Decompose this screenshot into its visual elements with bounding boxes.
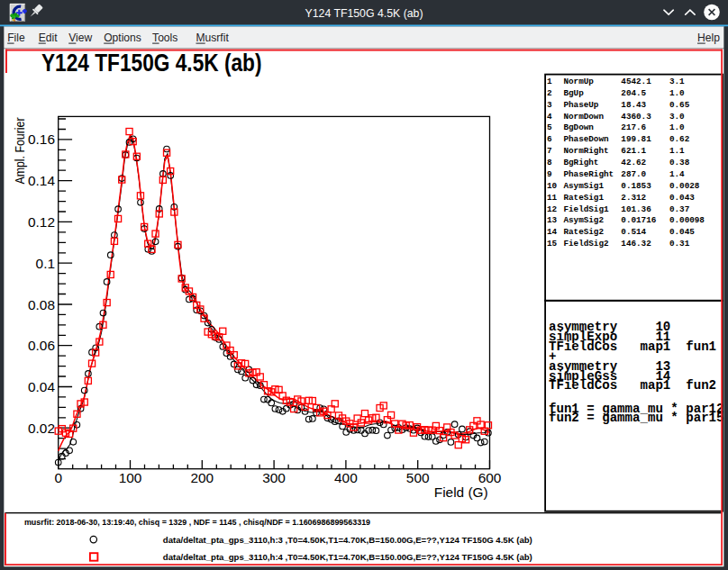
svg-text:PhaseUp: PhaseUp <box>563 100 598 110</box>
svg-text:4360.3: 4360.3 <box>621 112 651 122</box>
svg-text:0.00098: 0.00098 <box>669 215 705 225</box>
svg-text:1.1: 1.1 <box>669 146 685 156</box>
svg-text:Help: Help <box>697 32 720 44</box>
svg-text:fun2 = gamma_mu * par15: fun2 = gamma_mu * par15 <box>549 411 724 425</box>
svg-text:PhaseDown: PhaseDown <box>563 134 609 144</box>
svg-text:0.045: 0.045 <box>669 227 695 237</box>
svg-text:0.02: 0.02 <box>28 421 55 436</box>
svg-text:9: 9 <box>547 169 552 179</box>
svg-text:TFieldCos map1 fun1: TFieldCos map1 fun1 <box>549 339 716 354</box>
svg-text:0.1: 0.1 <box>36 256 55 271</box>
svg-text:File: File <box>7 32 25 44</box>
svg-text:6: 6 <box>547 134 552 144</box>
svg-text:400: 400 <box>334 470 358 485</box>
svg-text:0.1853: 0.1853 <box>621 181 651 191</box>
svg-text:5: 5 <box>547 122 552 132</box>
svg-text:0.62: 0.62 <box>669 134 690 144</box>
svg-text:0.38: 0.38 <box>669 158 690 167</box>
svg-text:AsymSig1: AsymSig1 <box>563 181 604 191</box>
svg-text:NormDown: NormDown <box>563 112 604 122</box>
svg-text:RateSig1: RateSig1 <box>563 193 604 203</box>
svg-text:3.1: 3.1 <box>669 77 685 86</box>
svg-text:PhaseRight: PhaseRight <box>563 169 614 179</box>
svg-text:8: 8 <box>547 158 552 167</box>
svg-text:13: 13 <box>547 215 558 225</box>
svg-text:AsymSig2: AsymSig2 <box>563 215 604 225</box>
svg-text:FieldSig2: FieldSig2 <box>563 239 609 249</box>
svg-text:TFieldCos map1 fun2: TFieldCos map1 fun2 <box>549 378 716 393</box>
svg-text:Tools: Tools <box>152 32 177 44</box>
svg-text:7: 7 <box>547 146 552 156</box>
svg-text:11: 11 <box>547 193 558 203</box>
svg-text:4: 4 <box>547 112 552 122</box>
svg-text:100: 100 <box>119 470 142 485</box>
svg-text:14: 14 <box>547 227 558 237</box>
svg-text:1: 1 <box>547 77 552 86</box>
svg-text:101.36: 101.36 <box>621 204 651 214</box>
svg-text:0.31: 0.31 <box>669 239 690 249</box>
svg-text:0.14: 0.14 <box>28 173 55 188</box>
svg-text:10: 10 <box>547 181 558 191</box>
svg-text:199.81: 199.81 <box>621 134 651 144</box>
svg-text:1.0: 1.0 <box>669 122 685 132</box>
svg-text:0.16: 0.16 <box>28 131 55 147</box>
svg-text:18.43: 18.43 <box>621 100 646 110</box>
svg-text:0.043: 0.043 <box>669 193 695 203</box>
svg-text:0.0028: 0.0028 <box>669 181 700 191</box>
svg-text:204.5: 204.5 <box>621 88 646 98</box>
svg-text:BgDown: BgDown <box>563 122 594 132</box>
svg-text:data/deltat_pta_gps_3110,h:3 ,: data/deltat_pta_gps_3110,h:3 ,T0=4.50K,T… <box>163 535 532 545</box>
svg-text:15: 15 <box>547 239 558 249</box>
svg-text:NormUp: NormUp <box>563 77 594 86</box>
svg-text:4542.1: 4542.1 <box>621 77 651 86</box>
svg-text:1.0: 1.0 <box>669 88 685 98</box>
svg-text:0.06: 0.06 <box>28 338 55 353</box>
svg-text:42.62: 42.62 <box>621 158 646 167</box>
svg-text:FieldSig1: FieldSig1 <box>563 204 609 214</box>
svg-text:0.01716: 0.01716 <box>621 215 656 225</box>
svg-text:621.1: 621.1 <box>621 146 646 156</box>
svg-text:217.6: 217.6 <box>621 122 646 132</box>
svg-text:NormRight: NormRight <box>563 146 608 156</box>
svg-text:1.4: 1.4 <box>669 169 685 179</box>
svg-text:600: 600 <box>478 470 502 485</box>
svg-text:2: 2 <box>547 88 552 98</box>
svg-text:Y124 TF150G 4.5K (ab): Y124 TF150G 4.5K (ab) <box>305 6 423 20</box>
svg-text:0: 0 <box>54 470 62 485</box>
svg-text:Edit: Edit <box>39 32 58 44</box>
svg-text:musrfit: 2018-06-30, 13:19:40,: musrfit: 2018-06-30, 13:19:40, chisq = 1… <box>24 517 370 527</box>
svg-text:500: 500 <box>406 470 430 485</box>
svg-text:0.37: 0.37 <box>669 204 689 214</box>
svg-text:Ampl. Fourier: Ampl. Fourier <box>12 118 27 185</box>
svg-text:12: 12 <box>547 204 558 214</box>
svg-text:BgRight: BgRight <box>563 158 598 167</box>
svg-text:2.312: 2.312 <box>621 193 646 203</box>
svg-text:3: 3 <box>547 100 552 110</box>
svg-text:Musrfit: Musrfit <box>196 32 230 44</box>
svg-text:Options: Options <box>104 32 141 44</box>
svg-text:300: 300 <box>262 470 286 485</box>
svg-text:146.32: 146.32 <box>621 239 651 249</box>
svg-text:0.514: 0.514 <box>621 227 646 237</box>
svg-text:200: 200 <box>190 470 214 485</box>
svg-text:0.08: 0.08 <box>28 297 55 312</box>
svg-text:287.0: 287.0 <box>621 169 646 179</box>
svg-text:0.65: 0.65 <box>669 100 690 110</box>
svg-text:0.12: 0.12 <box>28 214 55 230</box>
svg-text:0.04: 0.04 <box>28 379 55 394</box>
svg-text:data/deltat_pta_gps_3110,h:4 ,: data/deltat_pta_gps_3110,h:4 ,T0=4.50K,T… <box>163 552 532 562</box>
svg-text:RateSig2: RateSig2 <box>563 227 604 237</box>
svg-text:BgUp: BgUp <box>563 88 584 98</box>
svg-text:3.0: 3.0 <box>669 112 685 122</box>
svg-text:Y124 TF150G 4.5K (ab): Y124 TF150G 4.5K (ab) <box>41 49 262 77</box>
svg-text:Field (G): Field (G) <box>434 484 488 500</box>
svg-text:View: View <box>68 32 92 44</box>
